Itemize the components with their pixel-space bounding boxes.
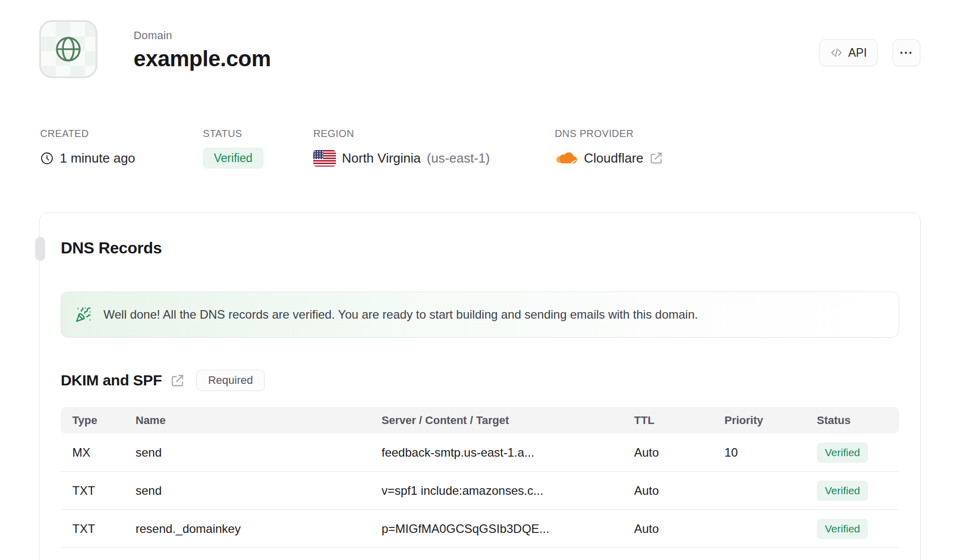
dns-provider-value: Cloudflare: [584, 151, 644, 166]
required-badge: Required: [196, 370, 264, 391]
dns-provider-label: DNS PROVIDER: [555, 128, 663, 139]
cloudflare-icon: [555, 150, 578, 166]
meta-dns-provider: DNS PROVIDER Cloudflare: [555, 128, 663, 169]
dns-records-title: DNS Records: [61, 239, 162, 257]
globe-icon: [52, 33, 85, 66]
record-ttl: Auto: [623, 446, 713, 460]
record-type: TXT: [61, 522, 124, 536]
table-row: TXT send v=spf1 include:amazonses.c... A…: [61, 472, 899, 510]
dns-records-table: Type Name Server / Content / Target TTL …: [61, 407, 899, 548]
table-header-row: Type Name Server / Content / Target TTL …: [61, 407, 899, 434]
record-name: send: [124, 446, 370, 460]
external-link-icon[interactable]: [650, 152, 663, 165]
created-value: 1 minute ago: [60, 151, 135, 166]
record-status-badge: Verified: [817, 519, 868, 539]
region-name: North Virginia: [342, 151, 421, 166]
status-label: STATUS: [203, 128, 264, 139]
meta-status: STATUS Verified: [203, 128, 264, 169]
record-status-badge: Verified: [817, 481, 868, 501]
page-title: example.com: [134, 46, 271, 71]
us-flag-icon: [313, 150, 336, 167]
dkim-spf-section-header: DKIM and SPF Required: [61, 369, 265, 391]
ellipsis-icon: ···: [900, 46, 913, 60]
table-row: MX send feedback-smtp.us-east-1.a... Aut…: [61, 434, 899, 472]
section-indicator-pill: [35, 237, 45, 261]
region-code: (us-east-1): [427, 151, 490, 166]
api-button-label: API: [848, 46, 867, 60]
col-header-name: Name: [124, 414, 370, 427]
record-type: MX: [61, 446, 124, 460]
col-header-type: Type: [61, 414, 124, 427]
record-content[interactable]: feedback-smtp.us-east-1.a...: [370, 446, 623, 460]
external-link-icon[interactable]: [171, 374, 184, 387]
more-options-button[interactable]: ···: [893, 39, 920, 66]
entity-type-label: Domain: [134, 29, 271, 42]
success-banner-message: Well done! All the DNS records are verif…: [103, 308, 698, 322]
domain-avatar: [39, 20, 97, 78]
col-header-ttl: TTL: [623, 414, 713, 427]
col-header-status: Status: [805, 414, 899, 427]
record-status-badge: Verified: [817, 443, 868, 463]
col-header-content: Server / Content / Target: [370, 414, 623, 427]
region-label: REGION: [313, 128, 490, 139]
record-content[interactable]: p=MIGfMA0GCSqGSIb3DQE...: [370, 522, 623, 536]
record-ttl: Auto: [623, 522, 713, 536]
record-type: TXT: [61, 484, 124, 498]
record-name: send: [124, 484, 370, 498]
meta-region: REGION North Virginia (us-east-1): [313, 128, 490, 169]
record-name: resend._domainkey: [124, 522, 370, 536]
dkim-spf-title: DKIM and SPF: [61, 372, 162, 389]
party-popper-icon: [75, 307, 91, 323]
clock-icon: [40, 152, 54, 165]
success-banner: Well done! All the DNS records are verif…: [61, 292, 899, 338]
record-content[interactable]: v=spf1 include:amazonses.c...: [370, 484, 623, 498]
record-ttl: Auto: [623, 484, 713, 498]
dns-records-card: DNS Records Well done! All the DNS recor…: [39, 212, 921, 560]
record-priority: 10: [713, 446, 805, 460]
table-row: TXT resend._domainkey p=MIGfMA0GCSqGSIb3…: [61, 510, 899, 548]
status-badge: Verified: [203, 148, 264, 169]
api-button[interactable]: API: [819, 39, 878, 66]
code-icon: [830, 46, 843, 59]
page-header: Domain example.com: [134, 29, 271, 71]
meta-created: CREATED 1 minute ago: [40, 128, 135, 169]
created-label: CREATED: [40, 128, 135, 139]
col-header-priority: Priority: [713, 414, 805, 427]
header-actions: API ···: [819, 39, 920, 66]
